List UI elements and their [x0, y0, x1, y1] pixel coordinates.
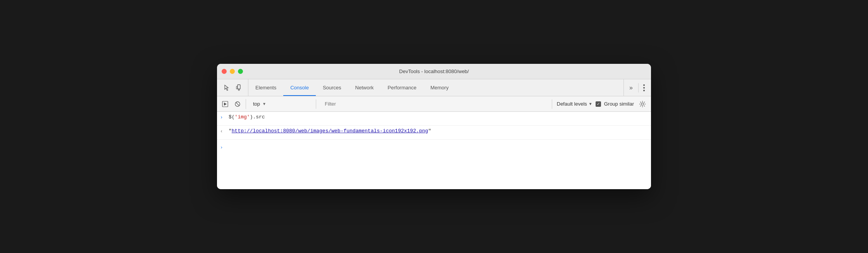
input-arrow-icon: ›	[220, 115, 225, 120]
maximize-button[interactable]	[238, 69, 243, 74]
tab-sources[interactable]: Sources	[316, 79, 348, 96]
svg-point-7	[641, 103, 644, 105]
tab-console[interactable]: Console	[283, 79, 316, 96]
group-similar-checkbox[interactable]: ✓	[596, 101, 601, 107]
console-input-line: › $('img').src	[217, 112, 651, 126]
window-title: DevTools - localhost:8080/web/	[399, 68, 469, 74]
svg-rect-0	[238, 85, 240, 89]
console-output-line: ‹ "http://localhost:8080/web/images/web-…	[217, 126, 651, 140]
tab-elements[interactable]: Elements	[248, 79, 283, 96]
clear-console-icon[interactable]	[232, 99, 243, 109]
output-arrow-icon: ‹	[220, 129, 225, 134]
inspect-element-icon[interactable]	[222, 82, 232, 93]
tabs: Elements Console Sources Network Perform…	[248, 79, 623, 96]
svg-rect-2	[236, 86, 238, 89]
svg-marker-4	[224, 103, 227, 106]
svg-rect-1	[238, 89, 239, 91]
console-toolbar: top ▼ Default levels ▼ ✓ Group similar	[217, 96, 651, 112]
code-text-2: ).src	[250, 114, 265, 120]
execute-script-icon[interactable]	[220, 99, 230, 109]
device-toggle-icon[interactable]	[234, 82, 245, 93]
console-settings-icon[interactable]	[637, 99, 648, 109]
tab-memory[interactable]: Memory	[424, 79, 456, 96]
minimize-button[interactable]	[230, 69, 235, 74]
console-prompt-line[interactable]: ›	[217, 140, 651, 155]
group-similar-label: Group similar	[604, 101, 634, 107]
quote-close: "	[428, 128, 431, 134]
context-dropdown-icon: ▼	[262, 102, 266, 106]
tabbar: Elements Console Sources Network Perform…	[217, 79, 651, 96]
window-controls	[222, 69, 243, 74]
titlebar: DevTools - localhost:8080/web/	[217, 64, 651, 79]
quote-open: "	[229, 128, 232, 134]
toolbar-separator	[316, 99, 316, 109]
code-string: 'img'	[235, 114, 250, 120]
log-levels-selector[interactable]: Default levels ▼	[557, 101, 592, 107]
console-body: › $('img').src ‹ "http://localhost:8080/…	[217, 112, 651, 189]
tabbar-right: »	[623, 79, 649, 96]
output-url-link[interactable]: http://localhost:8080/web/images/web-fun…	[232, 128, 428, 134]
tabbar-icons	[219, 79, 248, 96]
more-options-button[interactable]	[642, 83, 646, 93]
toolbar-separator-2	[552, 99, 552, 109]
tab-network[interactable]: Network	[348, 79, 381, 96]
code-text: $(	[229, 114, 235, 120]
log-levels-dropdown-icon: ▼	[589, 102, 592, 106]
tab-performance[interactable]: Performance	[381, 79, 423, 96]
toolbar-left	[220, 99, 246, 109]
svg-line-6	[236, 102, 239, 106]
context-selector[interactable]: top ▼	[249, 99, 311, 108]
console-output-content: "http://localhost:8080/web/images/web-fu…	[229, 128, 648, 134]
toolbar-right: Default levels ▼ ✓ Group similar	[557, 99, 648, 109]
devtools-window: DevTools - localhost:8080/web/ El	[217, 64, 651, 189]
more-tabs-button[interactable]: »	[627, 83, 635, 93]
filter-input[interactable]	[321, 99, 547, 108]
console-input-content: $('img').src	[229, 114, 648, 120]
close-button[interactable]	[222, 69, 227, 74]
tabbar-separator	[638, 83, 639, 92]
prompt-icon: ›	[220, 145, 223, 150]
